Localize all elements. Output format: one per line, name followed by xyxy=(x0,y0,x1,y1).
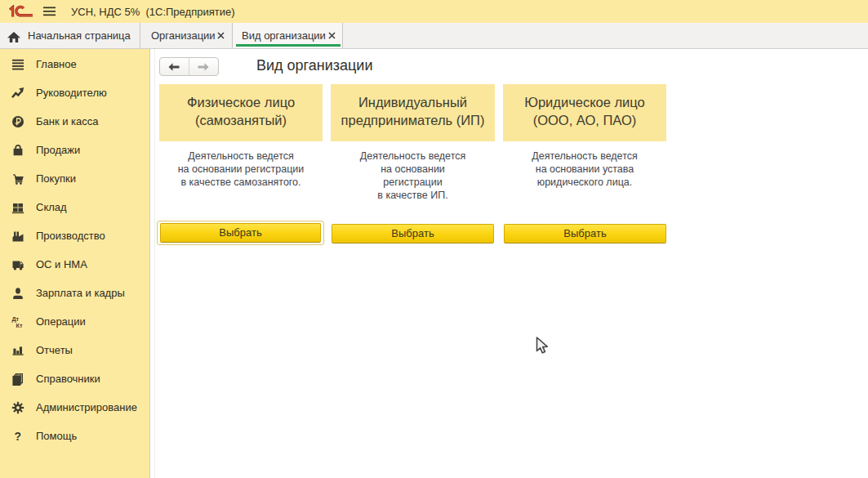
svg-text:Кт: Кт xyxy=(16,321,23,328)
svg-text:?: ? xyxy=(14,430,21,443)
